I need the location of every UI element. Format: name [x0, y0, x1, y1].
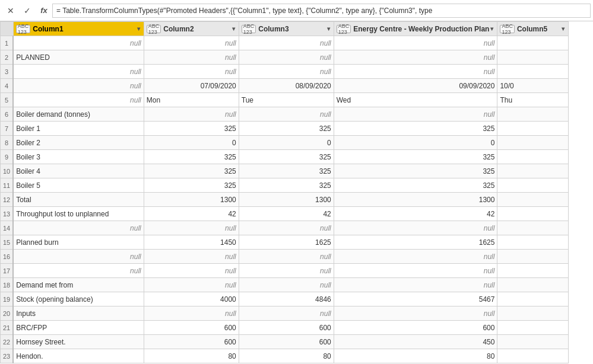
table-cell[interactable]: 600	[239, 321, 334, 335]
table-cell[interactable]: 42	[239, 207, 334, 221]
table-cell[interactable]: BRC/FPP	[13, 321, 144, 335]
table-cell[interactable]: 450	[334, 335, 497, 349]
table-cell[interactable]	[497, 221, 569, 235]
filter-btn-col1[interactable]: ▾	[136, 25, 141, 32]
table-cell[interactable]: 600	[239, 335, 334, 349]
column-header-col4[interactable]: ABC123 Energy Centre - Weekly Production…	[334, 22, 497, 36]
table-cell[interactable]: 1300	[239, 193, 334, 207]
table-cell[interactable]: Mon	[144, 93, 239, 107]
table-cell[interactable]	[497, 264, 569, 278]
table-cell[interactable]: 1300	[334, 193, 497, 207]
table-cell[interactable]: null	[144, 306, 239, 321]
table-cell[interactable]: 0	[334, 136, 497, 150]
table-cell[interactable]	[497, 250, 569, 264]
table-cell[interactable]: 325	[239, 164, 334, 178]
table-cell[interactable]: null	[239, 65, 334, 79]
table-cell[interactable]: null	[144, 264, 239, 278]
table-cell[interactable]: 4000	[144, 292, 239, 306]
table-cell[interactable]: null	[144, 65, 239, 79]
table-cell[interactable]	[497, 164, 569, 178]
table-cell[interactable]: null	[13, 65, 144, 79]
table-cell[interactable]: PLANNED	[13, 50, 144, 65]
filter-btn-col3[interactable]: ▾	[326, 25, 331, 32]
table-cell[interactable]	[497, 349, 569, 363]
table-cell[interactable]	[497, 321, 569, 335]
table-cell[interactable]: null	[239, 278, 334, 292]
table-cell[interactable]: Total	[13, 193, 144, 207]
formula-input[interactable]	[52, 4, 591, 18]
filter-btn-col4[interactable]: ▾	[489, 25, 494, 32]
filter-btn-col2[interactable]: ▾	[231, 25, 236, 32]
column-header-col1[interactable]: ABC123 Column1 ▾	[13, 22, 144, 36]
table-cell[interactable]: 325	[334, 122, 497, 136]
table-cell[interactable]: Boiler 1	[13, 122, 144, 136]
table-cell[interactable]	[497, 306, 569, 321]
table-cell[interactable]: Hornsey Street.	[13, 335, 144, 349]
table-cell[interactable]: null	[13, 79, 144, 93]
table-cell[interactable]: 07/09/2020	[144, 79, 239, 93]
table-cell[interactable]	[497, 193, 569, 207]
table-cell[interactable]: null	[144, 250, 239, 264]
filter-btn-col5[interactable]: ▾	[560, 25, 566, 32]
table-cell[interactable]	[497, 36, 569, 50]
table-cell[interactable]: null	[334, 306, 497, 321]
table-cell[interactable]: null	[239, 306, 334, 321]
table-cell[interactable]	[497, 178, 569, 193]
table-cell[interactable]: 4846	[239, 292, 334, 306]
table-cell[interactable]: 80	[334, 349, 497, 363]
check-icon[interactable]: ✓	[19, 2, 36, 19]
table-cell[interactable]: 325	[239, 178, 334, 193]
table-cell[interactable]	[497, 235, 569, 250]
table-cell[interactable]: 10/0	[497, 79, 569, 93]
table-cell[interactable]: 1625	[334, 235, 497, 250]
table-cell[interactable]: null	[239, 36, 334, 50]
close-icon[interactable]: ✕	[2, 2, 19, 19]
table-cell[interactable]: 0	[239, 136, 334, 150]
table-cell[interactable]: Hendon.	[13, 349, 144, 363]
table-cell[interactable]	[497, 65, 569, 79]
table-cell[interactable]: null	[334, 264, 497, 278]
table-cell[interactable]: 600	[144, 321, 239, 335]
table-cell[interactable]: 80	[239, 349, 334, 363]
table-cell[interactable]: null	[144, 36, 239, 50]
table-cell[interactable]: null	[334, 50, 497, 65]
table-cell[interactable]	[497, 335, 569, 349]
table-cell[interactable]: null	[239, 264, 334, 278]
table-cell[interactable]	[497, 292, 569, 306]
table-cell[interactable]: 1450	[144, 235, 239, 250]
table-cell[interactable]: null	[144, 107, 239, 122]
table-cell[interactable]: 325	[334, 164, 497, 178]
table-cell[interactable]: Planned burn	[13, 235, 144, 250]
table-cell[interactable]: Tue	[239, 93, 334, 107]
table-cell[interactable]: Boiler 5	[13, 178, 144, 193]
table-cell[interactable]	[497, 50, 569, 65]
table-cell[interactable]: Stock (opening balance)	[13, 292, 144, 306]
table-cell[interactable]: Boiler 3	[13, 150, 144, 164]
table-cell[interactable]: null	[334, 107, 497, 122]
table-cell[interactable]: null	[334, 221, 497, 235]
table-cell[interactable]	[497, 107, 569, 122]
table-cell[interactable]: 0	[144, 136, 239, 150]
table-cell[interactable]: null	[239, 221, 334, 235]
table-cell[interactable]: 600	[334, 321, 497, 335]
table-cell[interactable]: Boiler 2	[13, 136, 144, 150]
table-cell[interactable]: Throughput lost to unplanned	[13, 207, 144, 221]
table-cell[interactable]	[497, 207, 569, 221]
table-cell[interactable]: Thu	[497, 93, 569, 107]
table-cell[interactable]: Inputs	[13, 306, 144, 321]
table-cell[interactable]: Boiler 4	[13, 164, 144, 178]
table-cell[interactable]: 325	[144, 164, 239, 178]
table-cell[interactable]: 325	[239, 122, 334, 136]
table-cell[interactable]: null	[334, 36, 497, 50]
table-cell[interactable]	[497, 122, 569, 136]
table-cell[interactable]: 42	[144, 207, 239, 221]
table-cell[interactable]: null	[334, 250, 497, 264]
table-cell[interactable]: 325	[239, 150, 334, 164]
table-cell[interactable]: 80	[144, 349, 239, 363]
table-cell[interactable]: 325	[334, 178, 497, 193]
table-cell[interactable]: 1300	[144, 193, 239, 207]
table-cell[interactable]: null	[13, 36, 144, 50]
column-header-col5[interactable]: ABC123 Column5 ▾	[497, 22, 569, 36]
table-cell[interactable]: 600	[144, 335, 239, 349]
table-cell[interactable]: null	[334, 278, 497, 292]
